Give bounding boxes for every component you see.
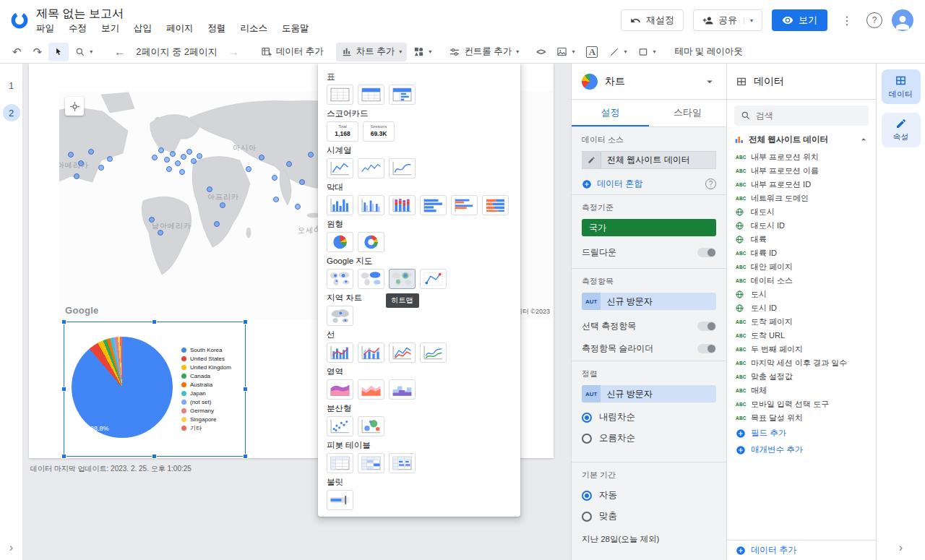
chart-type-scorecard-total[interactable]: Total1,168 — [327, 121, 358, 142]
undo-button[interactable]: ↶ — [7, 43, 27, 61]
expand-pages-chevron-icon[interactable]: › — [0, 541, 22, 554]
embed-button[interactable]: <> — [531, 43, 550, 61]
range-custom-radio[interactable] — [582, 512, 592, 522]
field-geo[interactable]: 대륙 — [730, 233, 873, 246]
map-marker[interactable] — [164, 157, 170, 163]
field-text[interactable]: ABC데이터 소스 — [730, 274, 873, 288]
chart-type-bar[interactable] — [420, 195, 447, 215]
pie-circle[interactable] — [72, 337, 173, 438]
field-text[interactable]: ABC목표 달성 위치 — [730, 411, 873, 425]
prev-page-button[interactable]: ← — [109, 43, 130, 61]
map-marker[interactable] — [179, 169, 185, 175]
page-indicator[interactable]: 2페이지 중 2페이지 — [132, 46, 222, 59]
chart-type-column-stacked[interactable] — [389, 195, 416, 215]
chart-type-bubble[interactable] — [358, 416, 384, 436]
field-geo[interactable]: 대도시 ID — [730, 219, 873, 233]
more-options-icon[interactable]: ⋮ — [837, 12, 857, 29]
chart-type-bullet[interactable] — [327, 490, 353, 510]
chart-type-timeseries-sparkline[interactable] — [358, 158, 384, 178]
dimension-chip-country[interactable]: 국가 — [582, 219, 716, 236]
chevron-down-icon[interactable] — [703, 75, 716, 88]
datasource-row[interactable]: 전체 웹사이트 데이터 — [727, 129, 876, 150]
add-parameter-link[interactable]: 매개변수 추가 — [727, 441, 876, 458]
share-button[interactable]: 공유 ▾ — [693, 9, 762, 31]
field-text[interactable]: ABC모바일 입력 선택 도구 — [730, 397, 873, 411]
sort-ascending-option[interactable]: 오름차순 — [582, 432, 716, 444]
map-marker[interactable] — [308, 152, 314, 158]
blend-data-link[interactable]: 데이터 혼합 ? — [582, 178, 716, 190]
map-marker[interactable] — [207, 186, 212, 192]
reset-button[interactable]: 재설정 — [621, 9, 684, 31]
chart-type-timeseries-smooth[interactable] — [389, 158, 416, 178]
metric-chip[interactable]: AUT 신규 방문자 — [582, 293, 716, 310]
field-text[interactable]: ABC네트워크 도메인 — [730, 191, 873, 205]
report-title[interactable]: 제목 없는 보고서 — [36, 7, 309, 20]
view-button[interactable]: 보기 — [772, 9, 827, 31]
resize-handle[interactable] — [243, 387, 248, 392]
map-marker[interactable] — [158, 230, 163, 236]
chart-type-combo-stacked[interactable] — [358, 343, 384, 363]
field-text[interactable]: ABC대안 페이지 — [730, 260, 873, 274]
field-text[interactable]: ABC두 번째 페이지 — [730, 343, 873, 356]
field-geo[interactable]: 도시 ID — [730, 301, 873, 315]
line-button[interactable]: ▾ — [604, 43, 632, 61]
map-marker[interactable] — [68, 152, 74, 158]
resize-handle[interactable] — [243, 319, 248, 324]
edit-datasource-pencil-icon[interactable] — [582, 152, 601, 168]
data-source-chip[interactable]: 전체 웹사이트 데이터 — [582, 151, 716, 169]
map-marker[interactable] — [149, 217, 155, 223]
menu-item-0[interactable]: 파일 — [36, 22, 54, 35]
page-number-1[interactable]: 1 — [3, 77, 20, 94]
community-viz-button[interactable]: ▾ — [408, 43, 436, 61]
map-marker[interactable] — [181, 154, 186, 160]
field-text[interactable]: ABC매체 — [730, 384, 873, 397]
chart-type-combo[interactable] — [327, 343, 353, 363]
chart-type-scorecard-compact[interactable]: Sessions69.3K — [363, 121, 395, 142]
sort-ascending-radio[interactable] — [582, 434, 592, 444]
map-marker[interactable] — [88, 149, 94, 155]
share-caret-icon[interactable]: ▾ — [744, 17, 753, 24]
optional-metrics-toggle[interactable] — [697, 322, 716, 331]
chart-type-pie[interactable] — [327, 232, 353, 252]
chart-type-map-heatmap[interactable]: 히트맵 — [389, 269, 416, 289]
rail-data-button[interactable]: 데이터 — [882, 69, 921, 104]
resize-handle[interactable] — [152, 454, 157, 459]
map-marker[interactable] — [78, 160, 84, 166]
map-marker[interactable] — [158, 147, 164, 153]
map-marker[interactable] — [272, 175, 278, 181]
pie-chart[interactable]: 88.8% South KoreaUnited StatesUnited Kin… — [64, 322, 246, 457]
map-marker[interactable] — [107, 156, 113, 162]
menu-item-6[interactable]: 리소스 — [241, 22, 268, 35]
map-marker[interactable] — [191, 158, 197, 164]
looker-studio-logo-icon[interactable] — [10, 11, 29, 30]
chart-type-timeseries[interactable] — [327, 158, 353, 178]
map-marker[interactable] — [214, 221, 220, 227]
chart-type-table[interactable] — [327, 85, 353, 105]
image-button[interactable]: ▾ — [551, 43, 580, 61]
help-icon[interactable]: ? — [866, 12, 882, 28]
map-marker[interactable] — [299, 179, 305, 185]
chart-type-area[interactable] — [358, 379, 384, 400]
chart-type-column-grouped[interactable] — [358, 195, 384, 215]
chart-type-donut[interactable] — [358, 232, 384, 252]
range-auto-radio[interactable] — [582, 491, 592, 501]
map-marker[interactable] — [175, 160, 181, 166]
chart-type-table-heading[interactable] — [358, 85, 384, 105]
tab-setup[interactable]: 설정 — [572, 100, 649, 126]
map-marker[interactable] — [98, 165, 104, 171]
select-tool[interactable] — [48, 43, 69, 61]
field-text[interactable]: ABC도착 페이지 — [730, 315, 873, 329]
map-marker[interactable] — [74, 173, 79, 179]
field-text[interactable]: ABC내부 프로모션 ID — [730, 178, 873, 191]
add-control-button[interactable]: 컨트롤 추가 ▾ — [444, 43, 524, 61]
chart-type-line[interactable] — [389, 343, 416, 363]
map-locate-button[interactable] — [65, 97, 84, 116]
add-field-link[interactable]: 필드 추가 — [727, 425, 876, 441]
field-text[interactable]: ABC맞춤 설정값 — [730, 370, 873, 384]
shape-button[interactable]: ▾ — [633, 43, 661, 61]
resize-handle[interactable] — [61, 454, 66, 459]
chart-type-area-stepped[interactable] — [389, 379, 416, 400]
map-marker[interactable] — [246, 166, 251, 172]
chart-type-scatter[interactable] — [327, 416, 353, 436]
chart-type-map-bubbles[interactable] — [327, 269, 353, 289]
